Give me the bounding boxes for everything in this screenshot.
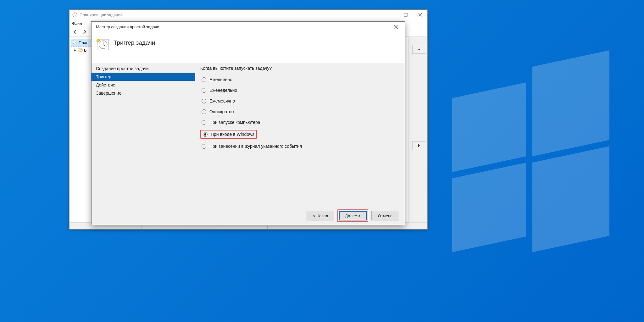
option-weekly[interactable]: Еженедельно [200,87,400,93]
wizard-body: Создание простой задачи Триггер Действие… [92,63,405,207]
step-create[interactable]: Создание простой задачи [92,64,195,73]
option-monthly[interactable]: Ежемесячно [200,98,400,104]
wizard-steps: Создание простой задачи Триггер Действие… [92,63,195,207]
option-label: Ежедневно [209,77,232,82]
trigger-options: Ежедневно Еженедельно Ежемесячно Однокра… [200,76,400,149]
svg-rect-2 [404,13,407,16]
clock-icon [72,12,78,18]
option-event[interactable]: При занесении в журнал указанного событи… [200,143,400,149]
radio-icon [202,109,206,114]
option-label: При занесении в журнал указанного событи… [209,144,302,149]
chevron-right-icon[interactable]: ▶ [74,48,76,52]
tree-root-label: План [79,40,88,45]
wizard-header: Триггер задачи [92,32,405,63]
back-icon[interactable] [71,27,80,36]
back-button[interactable]: < Назад [307,211,334,220]
folder-clock-icon [78,47,83,53]
svg-point-4 [80,50,82,52]
option-daily[interactable]: Ежедневно [200,76,400,83]
create-task-wizard: Мастер создания простой задачи Триггер з… [91,21,405,225]
scroll-up-button[interactable] [412,45,426,54]
step-finish[interactable]: Завершение [92,89,195,97]
window-title: Планировщик заданий [80,13,123,17]
radio-icon [202,120,206,125]
option-once[interactable]: Однократно [200,108,400,115]
option-label: Ежемесячно [209,98,235,103]
wizard-titlebar[interactable]: Мастер создания простой задачи [92,22,405,32]
option-label: Однократно [209,109,234,114]
next-button-highlight: Далее > [337,209,368,222]
trigger-question: Когда вы хотите запускать задачу? [200,66,400,71]
cancel-button[interactable]: Отмена [371,211,399,220]
actions-panel [408,37,427,222]
wizard-clock-icon [96,37,109,51]
step-trigger[interactable]: Триггер [92,73,195,81]
option-logon[interactable]: При входе в Windows [200,130,257,139]
next-button[interactable]: Далее > [339,211,367,220]
step-action[interactable]: Действие [92,81,195,89]
tree-library-label: Б [84,48,87,53]
wizard-title: Мастер создания простой задачи [96,25,159,29]
close-button[interactable] [413,10,427,20]
expand-right-button[interactable] [412,141,426,150]
radio-icon [202,77,206,82]
windows-logo [452,82,609,240]
radio-icon [203,132,208,137]
option-startup[interactable]: При запуске компьютера [200,119,400,125]
wizard-content: Когда вы хотите запускать задачу? Ежедне… [195,63,405,207]
maximize-button[interactable] [398,10,413,20]
clock-icon [72,40,77,46]
radio-icon [202,88,206,93]
minimize-button[interactable] [384,10,398,20]
wizard-footer: < Назад Далее > Отмена [92,207,405,225]
radio-icon [202,99,206,103]
radio-icon [202,144,206,149]
close-icon[interactable] [390,22,402,31]
option-label: При запуске компьютера [209,120,260,125]
option-label: При входе в Windows [211,132,254,137]
titlebar[interactable]: Планировщик заданий [69,10,427,20]
wizard-header-title: Триггер задачи [114,37,155,46]
option-label: Еженедельно [209,88,237,93]
menu-file[interactable]: Файл [72,21,82,26]
forward-icon[interactable] [80,27,89,36]
